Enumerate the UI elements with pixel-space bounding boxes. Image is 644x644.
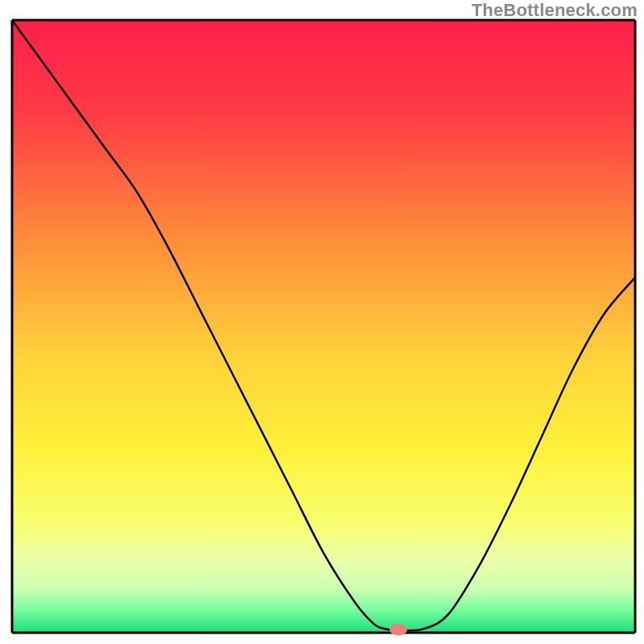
- optimal-marker: [390, 624, 407, 635]
- chart-stage: TheBottleneck.com: [0, 0, 644, 644]
- bottleneck-chart: [0, 0, 644, 644]
- plot-background: [12, 20, 635, 633]
